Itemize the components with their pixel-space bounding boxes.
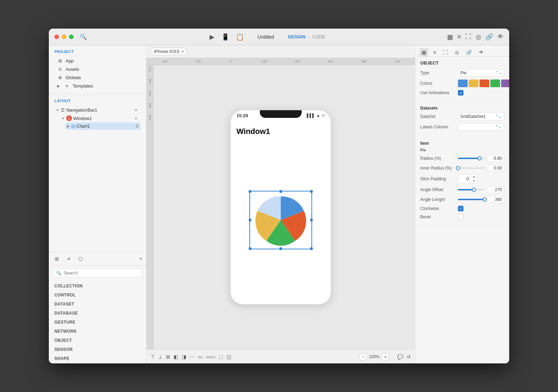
category-shape[interactable]: SHAPE <box>49 354 146 363</box>
maximize-button[interactable] <box>69 35 74 39</box>
device-selector[interactable]: iPhone X/XS ▾ <box>151 48 187 55</box>
panel-list-icon[interactable]: ≡ <box>65 255 73 263</box>
tree-item-window1[interactable]: ▼ 1 Window1 ＋ <box>60 114 141 122</box>
play-icon[interactable]: ▶ <box>210 33 214 41</box>
panel-chevron-icon[interactable]: ▾ <box>140 256 142 261</box>
inner-radius-input[interactable]: 0.00 <box>487 165 504 172</box>
device-double-icon[interactable]: ▭▭ <box>206 354 215 360</box>
phone-icon[interactable]: 📱 <box>221 33 229 41</box>
tab-icon-target[interactable]: ◎ <box>453 48 461 56</box>
selection-handle-bm[interactable] <box>279 247 282 250</box>
color-swatch-0[interactable] <box>458 80 468 87</box>
selection-handle-tr[interactable] <box>310 190 313 193</box>
tree-item-chart1[interactable]: ▶ ◎ Chart1 ⚙ <box>66 122 141 130</box>
align-right-icon[interactable]: ◨ <box>182 354 186 360</box>
tree-item-navigationbar[interactable]: ▼ ☰ NavigationBar1 ＋ <box>54 106 141 114</box>
device-frame-icon[interactable]: ▭ <box>198 354 203 360</box>
inner-radius-slider-thumb[interactable] <box>456 166 460 170</box>
angle-offset-slider-thumb[interactable] <box>472 188 476 192</box>
tab-icon-log[interactable]: ▦ <box>420 48 428 56</box>
frame-icon[interactable]: ⬚ <box>219 354 223 360</box>
target-icon[interactable]: ◎ <box>476 33 481 41</box>
selection-handle-ml[interactable] <box>249 219 251 221</box>
clockwise-checkbox[interactable]: ✓ <box>458 206 463 211</box>
category-network[interactable]: NETWORK <box>49 327 146 336</box>
minimize-button[interactable] <box>62 35 66 39</box>
angle-length-input[interactable]: 360 <box>487 196 504 203</box>
selection-handle-br[interactable] <box>310 247 313 250</box>
radius-slider-thumb[interactable] <box>477 156 482 160</box>
bevel-checkbox[interactable] <box>458 214 463 220</box>
angle-length-slider-thumb[interactable] <box>483 197 487 202</box>
close-button[interactable] <box>54 35 59 39</box>
tab-icon-list[interactable]: ≡ <box>431 48 438 56</box>
tab-icon-eye[interactable]: 👁 <box>477 48 486 56</box>
dataset-select[interactable]: GridDataSet1 ⌃⌄ <box>458 113 504 120</box>
design-tab[interactable]: DESIGN <box>288 34 306 39</box>
category-sensor[interactable]: SENSOR <box>49 345 146 354</box>
sidebar-item-app[interactable]: ⊞ App <box>54 56 141 65</box>
category-dataset[interactable]: DATASET <box>49 300 146 309</box>
zoom-in-button[interactable]: + <box>382 353 389 360</box>
labels-column-select[interactable]: ⌃⌄ <box>458 123 504 131</box>
device-name: iPhone X/XS <box>154 49 180 54</box>
slice-padding-stepper[interactable]: 0 ▲ ▼ <box>458 174 477 183</box>
align-top-icon[interactable]: ⊤ <box>151 354 155 360</box>
settings-icon[interactable]: ⚙ <box>135 124 139 129</box>
angle-length-slider-track[interactable] <box>458 199 485 200</box>
expand-icon[interactable]: ⛶ <box>465 33 472 40</box>
clockwise-label: Clockwise <box>420 206 455 211</box>
selection-handle-tm[interactable] <box>279 190 282 193</box>
category-collection[interactable]: COLLECTION <box>49 281 146 291</box>
angle-offset-input[interactable]: 270 <box>487 186 504 193</box>
category-object[interactable]: OBJECT <box>49 336 146 345</box>
color-swatch-1[interactable] <box>469 80 478 87</box>
tab-icon-link[interactable]: 🔗 <box>464 48 474 56</box>
refresh-icon[interactable]: ↺ <box>407 354 411 360</box>
titlebar: 🔍 ▶ 📱 📋 Untitled DESIGN | CODE ▦ ≡ ⛶ ◎ 🔗… <box>49 29 509 45</box>
sidebar-item-templates[interactable]: ▶ ≡ Templates <box>54 82 141 90</box>
link-icon[interactable]: 🔗 <box>485 33 493 41</box>
search-input[interactable] <box>63 270 139 276</box>
search-icon[interactable]: 🔍 <box>79 33 88 41</box>
radius-slider-track[interactable] <box>458 158 485 159</box>
color-swatch-2[interactable] <box>480 80 489 87</box>
zoom-out-button[interactable]: − <box>360 353 367 360</box>
canvas-align-icons: ⊤ ⊥ ⊞ ◧ ◨ ⋯ ▭ ▭▭ ⬚ ◫ <box>151 354 231 360</box>
category-database[interactable]: DATABASE <box>49 309 146 318</box>
category-gesture[interactable]: GESTURE <box>49 318 146 327</box>
color-swatch-4[interactable] <box>501 80 509 87</box>
list-icon[interactable]: ≡ <box>457 33 461 40</box>
selection-handle-tl[interactable] <box>249 190 251 193</box>
book-icon[interactable]: 📋 <box>236 33 244 41</box>
category-control[interactable]: CONTROL <box>49 291 146 300</box>
panel-cube-icon[interactable]: ⬡ <box>77 255 84 263</box>
project-label: PROJECT <box>54 50 141 54</box>
add-button-window1[interactable]: ＋ <box>133 115 139 121</box>
sidebar-item-globals[interactable]: ⊕ Globals <box>54 73 141 82</box>
use-animations-checkbox[interactable]: ✓ <box>458 90 463 96</box>
align-left-icon[interactable]: ◧ <box>174 354 178 360</box>
tab-icon-expand[interactable]: ⛶ <box>441 48 450 56</box>
sidebar-item-assets[interactable]: ⊙ Assets <box>54 65 141 73</box>
selection-handle-mr[interactable] <box>310 219 313 221</box>
type-select[interactable]: Pie ⌃⌄ <box>458 69 504 77</box>
distribute-h-icon[interactable]: ⋯ <box>190 354 195 360</box>
selection-handle-bl[interactable] <box>249 247 251 250</box>
embed-icon[interactable]: ◫ <box>227 354 231 360</box>
slice-padding-down[interactable]: ▼ <box>471 179 477 183</box>
align-center-h-icon[interactable]: ⊞ <box>166 354 170 360</box>
code-tab[interactable]: CODE <box>312 34 325 39</box>
align-bottom-icon[interactable]: ⊥ <box>158 354 163 360</box>
panel-grid-icon[interactable]: ⊞ <box>53 255 61 263</box>
add-button-navigationbar[interactable]: ＋ <box>133 107 139 113</box>
angle-offset-slider-track[interactable] <box>458 189 485 190</box>
log-icon[interactable]: ▦ <box>447 33 453 41</box>
slice-padding-up[interactable]: ▲ <box>471 175 477 179</box>
canvas-content[interactable]: 142 284 426 588 882 15:29 ▌▌▌ ▲ ▭ <box>146 65 415 349</box>
eye-icon[interactable]: 👁 <box>497 33 504 40</box>
color-swatch-3[interactable] <box>490 80 500 87</box>
inner-radius-slider-track[interactable] <box>458 167 485 169</box>
comment-icon[interactable]: 💬 <box>397 354 403 360</box>
radius-input[interactable]: 0.80 <box>487 155 504 162</box>
